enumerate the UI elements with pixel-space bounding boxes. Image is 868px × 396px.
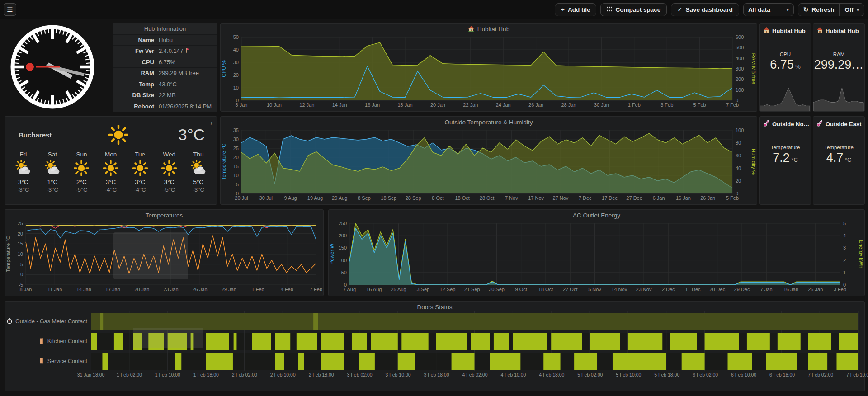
y-tick-label: 3 [843,245,846,250]
stat-tile-hub-cpu[interactable]: Hubitat HubCPU6.75 % [760,23,811,112]
chart-canvas[interactable]: 20 Jul30 Jul9 Aug19 Aug29 Aug8 Sep18 Sep… [221,127,756,203]
x-tick-label: 16 Jan [365,102,380,108]
y-tick-label: 300 [736,66,744,71]
info-icon[interactable]: i [211,119,212,126]
chevron-down-icon: ▾ [787,7,789,12]
tile-title: Outside East [813,117,864,128]
tile-metric-label: CPU [760,52,811,57]
x-tick-label: 12 Jan [299,102,314,108]
y-tick-label: 20 [736,178,741,184]
x-tick-label: 7 Feb [310,287,322,292]
right-axis-label: RAM MB free [751,53,756,84]
temperatures-chart-panel: Temperatures 8 Jan11 Jan14 Jan17 Jan20 J… [5,209,324,296]
forecast-low: -3°C [17,186,29,193]
hamburger-icon: ☰ [7,5,13,14]
menu-button[interactable]: ☰ [4,3,16,16]
y-tick-label: 25 [233,146,239,151]
doors-row-label: Service Contact [5,351,91,371]
chart-canvas[interactable]: 7 Aug16 Aug25 Aug3 Sep12 Sep21 Sep30 Sep… [329,220,863,294]
chart-title: Temperatures [5,210,323,220]
x-tick-label: 5 Nov [588,287,601,292]
time-range-select[interactable]: All data ▾ [743,3,794,16]
doors-row-label: Outside - Gas Meter Contact [5,311,91,331]
x-tick-label: 10 Jan [267,102,282,108]
forecast-day: Sun2°C-5°C [67,151,96,193]
thermometer-icon [763,120,770,128]
forecast-high: 3°C [106,179,116,185]
forecast-low: -3°C [193,186,204,193]
x-tick-label: 28 Oct [480,195,494,201]
tile-metric-label: Temperature [813,145,864,150]
sun-cloud-icon [15,160,31,178]
y-tick-label: 40 [233,47,239,52]
forecast-day: Thu5°C-3°C [184,151,213,193]
forecast-low: -5°C [163,186,175,193]
y-tick-label: 100 [736,87,744,93]
add-tile-button[interactable]: + Add tile [555,3,596,16]
forecast-day: Wed3°C-5°C [155,151,184,193]
x-tick-label: 27 Nov [552,195,568,201]
tile-unit: °C [843,156,851,163]
x-tick-label: 28 Sep [406,195,421,201]
hub-info-row-label: Name [113,37,159,43]
forecast-day-name: Fri [19,151,27,158]
x-tick-label: 7 Feb 02:00 [808,372,833,377]
forecast-day: Fri3°C-3°C [9,151,38,193]
y-tick-label: 50 [233,34,239,40]
compact-space-button[interactable]: Compact space [600,3,667,16]
tile-value: 7.2 °C [760,151,811,165]
tile-title-text: Outside No… [772,121,809,127]
x-tick-label: 16 Jan [676,195,691,201]
x-tick-label: 7 Feb 10:00 [846,372,868,377]
tile-title-text: Hubitat Hub [826,28,859,34]
doors-row-label: Kitchen Contact [5,331,91,351]
y-tick-label: 200 [339,233,347,238]
y-tick-label: 0 [843,282,846,288]
door-icon [38,358,45,365]
stat-tile-hub-ram[interactable]: Hubitat HubRAM299.29… [813,23,865,112]
x-tick-label: 20 Dec [709,287,725,292]
refresh-icon: ↻ [803,6,808,13]
doors-timeline-canvas[interactable] [91,311,859,371]
refresh-interval-select[interactable]: Off ▾ [840,4,864,16]
thermometer-icon [816,120,823,128]
x-tick-label: 23 Nov [636,287,652,292]
forecast-high: 1°C [47,179,58,185]
forecast-low: -4°C [134,186,146,193]
refresh-group: ↻ Refresh Off ▾ [798,3,864,16]
chart-title: Hubitat Hub [221,24,757,33]
tile-title-text: Hubitat Hub [772,28,806,34]
x-tick-label: 18 Oct [538,287,553,292]
tile-title: Outside No… [760,117,811,128]
y-tick-label: 5 [20,262,23,267]
x-tick-label: 17 Dec [602,195,618,201]
x-tick-label: 3 Feb 10:00 [386,372,411,377]
x-tick-label: 6 Feb 10:00 [731,372,756,377]
y-tick-label: 0 [736,98,738,103]
hub-info-row-label: Reboot [113,103,159,110]
grid-icon [607,6,612,13]
tile-sparkline [813,85,864,111]
stat-tile-outside-north[interactable]: Outside No…Temperature7.2 °C [760,116,811,205]
x-tick-label: 14 Jan [76,287,91,292]
forecast-day-name: Sun [76,151,87,158]
tile-metric-label: Temperature [760,145,811,150]
y-tick-label: 100 [339,258,347,263]
x-tick-label: 20 Jan [430,102,445,108]
x-tick-label: 3 Feb [660,102,673,108]
chart-canvas[interactable]: 8 Jan10 Jan12 Jan14 Jan16 Jan18 Jan20 Ja… [221,33,756,109]
doors-status-panel: Doors Status Outside - Gas Meter Contact… [5,301,865,391]
x-tick-label: 21 Sep [464,287,480,292]
x-tick-label: 25 Jan [808,287,823,292]
x-tick-label: 29 Jan [222,287,236,292]
y-tick-label: 200 [736,76,744,82]
tile-value: 4.7 °C [813,151,864,165]
y-tick-label: 5 [843,221,846,226]
refresh-button[interactable]: ↻ Refresh [798,4,840,16]
doors-row-labels: Outside - Gas Meter ContactKitchen Conta… [5,311,91,371]
y-tick-label: 25 [18,221,23,226]
chart-canvas[interactable]: 8 Jan11 Jan14 Jan17 Jan20 Jan23 Jan26 Ja… [5,220,322,294]
save-dashboard-button[interactable]: ✓ Save dashboard [671,3,739,16]
forecast-day-name: Sat [48,151,57,158]
stat-tile-outside-east[interactable]: Outside EastTemperature4.7 °C [813,116,865,205]
